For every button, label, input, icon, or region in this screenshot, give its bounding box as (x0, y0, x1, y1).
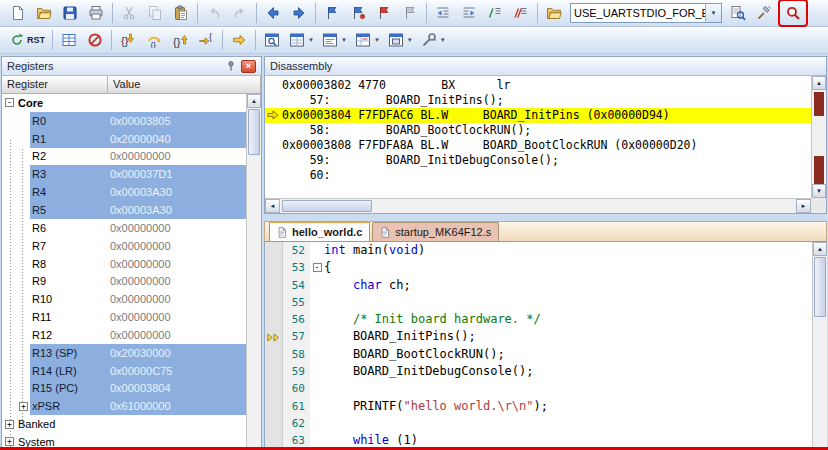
editor-line[interactable]: 53-{ (265, 259, 812, 276)
disassembly-horizontal-scrollbar[interactable]: ◄ ► (265, 198, 811, 213)
chevron-down-icon[interactable]: ▼ (440, 37, 446, 43)
stop-debug-button[interactable] (82, 28, 108, 52)
register-row-R2[interactable]: R20x00000000 (2, 148, 246, 166)
editor-line[interactable]: 55 (265, 294, 812, 311)
peripherals-window-button[interactable]: ▼ (384, 28, 417, 52)
tab-startup-MK64F12-s[interactable]: startup_MK64F12.s (372, 222, 499, 241)
chevron-down-icon[interactable]: ▼ (341, 37, 347, 43)
step-out-button[interactable]: {} (167, 28, 193, 52)
step-into-button[interactable]: {} (115, 28, 141, 52)
save-button[interactable] (57, 1, 83, 25)
expand-icon[interactable]: + (19, 402, 28, 411)
editor-line[interactable]: 61 PRINTF("hello world.\r\n"); (265, 398, 812, 415)
scroll-right-icon[interactable]: ► (796, 199, 811, 213)
print-button[interactable] (83, 1, 109, 25)
scroll-up-icon[interactable]: ▲ (813, 242, 827, 256)
disassembly-line[interactable]: 0x00003808 F7FDFA8A BL.W BOARD_BootClock… (265, 138, 811, 153)
register-row-R5[interactable]: R50x00003A30 (2, 201, 246, 219)
copy-button[interactable] (142, 1, 168, 25)
build-button[interactable] (751, 1, 777, 25)
scrollbar-thumb[interactable] (814, 257, 826, 317)
scroll-up-icon[interactable]: ▲ (812, 76, 826, 90)
editor-line[interactable]: 54 char ch; (265, 277, 812, 294)
chevron-down-icon[interactable]: ▼ (705, 4, 721, 22)
uncomment-button[interactable] (508, 1, 534, 25)
scroll-up-icon[interactable]: ▲ (247, 94, 261, 108)
new-file-button[interactable] (5, 1, 31, 25)
register-row-Banked[interactable]: +Banked (2, 415, 246, 433)
column-header-value[interactable]: Value (108, 76, 261, 94)
register-row-R9[interactable]: R90x00000000 (2, 272, 246, 290)
disassembly-line[interactable]: 58: BOARD_BootClockRUN(); (265, 123, 811, 138)
register-row-R7[interactable]: R70x00000000 (2, 237, 246, 255)
register-row-R13-SP[interactable]: R13 (SP)0x20030000 (2, 344, 246, 362)
run-to-cursor-button[interactable]: { (193, 28, 219, 52)
open-document-button[interactable] (541, 1, 567, 25)
disassembly-line[interactable]: 57: BOARD_InitPins(); (265, 93, 811, 108)
open-file-button[interactable] (31, 1, 57, 25)
registers-scrollbar[interactable]: ▲ (246, 94, 261, 449)
register-row-R8[interactable]: R80x00000000 (2, 255, 246, 273)
enable-breakpoint-button[interactable] (345, 1, 371, 25)
register-row-R0[interactable]: R00x00003805 (2, 112, 246, 130)
editor-line[interactable]: 59 BOARD_InitDebugConsole(); (265, 363, 812, 380)
remove-breakpoints-button[interactable] (371, 1, 397, 25)
register-row-R12[interactable]: R120x00000000 (2, 326, 246, 344)
register-row-R11[interactable]: R110x00000000 (2, 308, 246, 326)
comment-button[interactable] (482, 1, 508, 25)
build-config-combobox[interactable]: USE_UARTSTDIO_FOR_EF▼ (570, 3, 722, 23)
outdent-button[interactable] (430, 1, 456, 25)
editor-line[interactable]: 58 BOARD_BootClockRUN(); (265, 346, 812, 363)
memory-window-button[interactable]: ▼ (285, 28, 318, 52)
tools-button[interactable]: ▼ (417, 28, 450, 52)
paste-button[interactable] (168, 1, 194, 25)
register-row-R14-LR[interactable]: R14 (LR)0x00000C75 (2, 362, 246, 380)
column-header-register[interactable]: Register (2, 76, 108, 94)
breakpoints-window-button[interactable] (397, 1, 423, 25)
redo-button[interactable] (227, 1, 253, 25)
editor-line[interactable]: 62 (265, 415, 812, 432)
chevron-down-icon[interactable]: ▼ (374, 37, 380, 43)
step-over-button[interactable]: {} (141, 28, 167, 52)
register-row-Core[interactable]: -Core (2, 94, 246, 112)
editor-line[interactable]: 52int main(void) (265, 242, 812, 259)
debug-inspect-button[interactable] (780, 1, 806, 25)
registers-view-button[interactable]: ▼ (351, 28, 384, 52)
tab-hello-world-c[interactable]: hello_world.c (269, 221, 370, 241)
register-row-xPSR[interactable]: +xPSR0x61000000 (2, 397, 246, 415)
chevron-down-icon[interactable]: ▼ (308, 37, 314, 43)
fold-collapse-icon[interactable]: - (310, 259, 324, 276)
disassembly-line[interactable]: 59: BOARD_InitDebugConsole(); (265, 153, 811, 168)
scroll-down-icon[interactable]: ▼ (812, 184, 826, 198)
registers-window-button[interactable] (56, 28, 82, 52)
register-row-R15-PC[interactable]: R15 (PC)0x00003804 (2, 380, 246, 398)
scroll-left-icon[interactable]: ◄ (265, 199, 280, 213)
disassembly-line[interactable]: 60: (265, 168, 811, 183)
indent-button[interactable] (456, 1, 482, 25)
disassembly-window-button[interactable]: ▼ (318, 28, 351, 52)
collapse-icon[interactable]: - (5, 98, 14, 107)
fold-box[interactable]: - (313, 263, 322, 272)
navigate-back-button[interactable] (260, 1, 286, 25)
watch-window-button[interactable] (259, 28, 285, 52)
disassembly-vertical-scrollbar[interactable]: ▲ ▼ (811, 76, 826, 198)
register-row-R3[interactable]: R30x000037D1 (2, 165, 246, 183)
undo-button[interactable] (201, 1, 227, 25)
pin-icon[interactable] (223, 59, 238, 74)
expand-icon[interactable]: + (5, 437, 14, 446)
register-row-R1[interactable]: R10x20000040 (2, 130, 246, 148)
reset-button[interactable]: RST (5, 28, 49, 52)
go-button[interactable] (226, 28, 252, 52)
editor-vertical-scrollbar[interactable]: ▲ (812, 242, 827, 450)
editor-content[interactable]: 52int main(void)53-{54 char ch;5556 /* I… (265, 242, 812, 450)
register-row-R10[interactable]: R100x00000000 (2, 290, 246, 308)
register-row-R4[interactable]: R40x00003A30 (2, 183, 246, 201)
disassembly-current-line[interactable]: 0x00003804 F7FDFAC6 BL.W BOARD_InitPins … (265, 108, 811, 123)
close-icon[interactable]: × (241, 60, 256, 73)
chevron-down-icon[interactable]: ▼ (407, 37, 413, 43)
scrollbar-thumb[interactable] (282, 200, 372, 212)
toggle-breakpoint-button[interactable] (319, 1, 345, 25)
expand-icon[interactable]: + (5, 420, 14, 429)
disassembly-line[interactable]: 0x00003802 4770 BX lr (265, 78, 811, 93)
register-row-R6[interactable]: R60x00000000 (2, 219, 246, 237)
